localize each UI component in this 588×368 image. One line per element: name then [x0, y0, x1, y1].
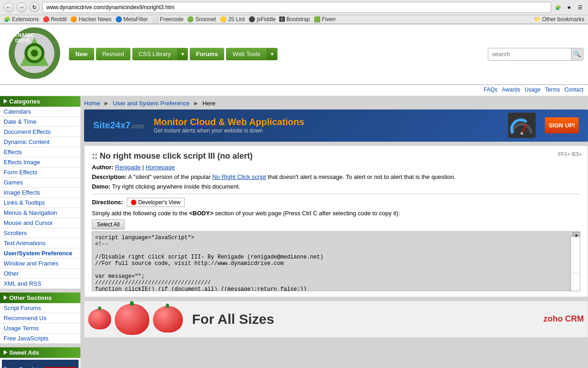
sub-header: FAQs Awards Usage Terms Contact — [0, 85, 588, 96]
forward-button[interactable]: → — [17, 2, 27, 12]
search-box-wrapper: 🔍 — [488, 48, 583, 61]
sidebar-item-menus-navigation[interactable]: Menus & Navigation — [0, 208, 80, 218]
sidebar-item-other[interactable]: Other — [0, 269, 80, 279]
script-divider — [92, 194, 580, 194]
sweet-ads-header: Sweet Ads — [0, 347, 80, 358]
sidebar-item-games[interactable]: Games — [0, 178, 80, 188]
reload-button[interactable]: ↻ — [29, 2, 40, 12]
code-line-7: var message=""; — [95, 273, 568, 280]
no-right-click-link[interactable]: No Right Click script — [212, 173, 266, 180]
tomato-images — [88, 304, 183, 335]
search-button[interactable]: 🔍 — [571, 48, 583, 60]
svg-point-6 — [31, 50, 38, 57]
description-rest: that doesn't alert a message. To alert o… — [268, 173, 456, 180]
description-text: A "silent" version of the popular — [128, 173, 211, 180]
url-bar[interactable] — [42, 2, 551, 13]
bookmark-jsfiddle[interactable]: ⚫ jsFiddle — [249, 16, 276, 23]
dev-view-button[interactable]: Developer's View — [127, 198, 185, 207]
script-instructions: Simply add the following code to the <BO… — [92, 210, 580, 217]
demo-label: Demo: — [92, 183, 110, 190]
homepage-link[interactable]: Homepage — [146, 164, 175, 171]
search-input[interactable] — [488, 48, 571, 60]
sidebar: Categories Calendars Date & Time Documen… — [0, 96, 80, 368]
bookmark-freenode[interactable]: ⬜ Freenode — [152, 16, 183, 23]
css-library-button[interactable]: CSS Library — [132, 48, 177, 60]
extension-icon: 🧩 — [554, 3, 562, 12]
new-button[interactable]: New — [69, 48, 94, 60]
browser-chrome: ← → ↻ 🧩 ★ ☰ 🧩 Extensions 🔴 Reddit 🟠 Hack… — [0, 0, 588, 24]
web-tools-arrow[interactable]: ▼ — [267, 48, 277, 60]
bookmark-hackernews[interactable]: 🟠 Hacker News — [70, 16, 111, 23]
bookmarks-bar: 🧩 Extensions 🔴 Reddit 🟠 Hacker News 🔵 Me… — [0, 15, 588, 24]
sidebar-item-xml-rss[interactable]: XML and RSS — [0, 279, 80, 289]
script-author-line: Author: Renigade | Homepage — [92, 164, 580, 171]
banner-site-name: Site24x7.com — [93, 120, 145, 131]
banner-cta[interactable]: SIGN UP! — [545, 117, 579, 133]
banner-gauge — [508, 113, 536, 138]
sidebar-item-effects[interactable]: Effects — [0, 147, 80, 157]
revised-button[interactable]: Revised — [96, 48, 130, 60]
context-menu-sep-1 — [571, 273, 580, 273]
sidebar-item-free-js[interactable]: Free JavaScripts — [0, 334, 80, 344]
faq-link[interactable]: FAQs — [484, 86, 498, 93]
script-directions: Directions: Developer's View — [92, 198, 580, 207]
web-tools-button[interactable]: Web Tools — [226, 48, 266, 60]
bookmark-other[interactable]: 📁 Other bookmarks — [534, 16, 584, 23]
context-menu-print[interactable]: Print... — [571, 286, 580, 291]
sidebar-item-date-time[interactable]: Date & Time — [0, 117, 80, 127]
sidebar-item-mouse-cursor[interactable]: Mouse and Cursor — [0, 218, 80, 228]
back-button[interactable]: ← — [4, 2, 14, 12]
author-link[interactable]: Renigade — [115, 164, 141, 171]
script-description: Description: A "silent" version of the p… — [92, 173, 580, 180]
bookmark-jslint[interactable]: 🟡 JS Lint — [220, 16, 245, 23]
sidebar-item-user-system-preference[interactable]: User/System Preference — [0, 248, 80, 259]
context-menu-save-as[interactable]: Save as... — [571, 275, 580, 286]
sidebar-item-usage-terms[interactable]: Usage Terms — [0, 323, 80, 334]
sidebar-item-effects-image[interactable]: Effects Image — [0, 157, 80, 167]
code-line-4: //Disable right click script III- By Ren… — [95, 254, 568, 260]
zoho-area: zoho CRM — [543, 314, 584, 324]
css-library-arrow[interactable]: ▼ — [177, 48, 188, 60]
dev-icon — [131, 200, 136, 205]
page-content: DYNAMIC DRIVE New Revised CSS Library ▼ … — [0, 24, 588, 368]
browser-toolbar: ← → ↻ 🧩 ★ ☰ — [0, 0, 588, 15]
terms-link[interactable]: Terms — [545, 86, 560, 93]
categories-header: Categories — [0, 96, 80, 107]
sidebar-item-recommend-us[interactable]: Recommend Us — [0, 313, 80, 323]
code-area[interactable]: <script language="JavaScript"> <!-- //Di… — [92, 231, 580, 291]
contact-link[interactable]: Contact — [565, 86, 583, 93]
breadcrumb-home[interactable]: Home — [84, 100, 100, 107]
bookmark-fiverr[interactable]: 🟩 Fiverr — [314, 16, 336, 23]
bookmark-snoonet[interactable]: 🟢 Snoonet — [187, 16, 216, 23]
bookmark-bootstrap[interactable]: 🅱 Bootstrap — [279, 16, 310, 23]
site-header: DYNAMIC DRIVE New Revised CSS Library ▼ … — [0, 24, 588, 85]
bookmark-metafilter[interactable]: 🔵 MetaFilter — [115, 16, 148, 23]
code-line-1: <script language="JavaScript"> — [95, 235, 568, 241]
sidebar-item-calendars[interactable]: Calendars — [0, 107, 80, 117]
sidebar-item-image-effects[interactable]: Image Effects — [0, 188, 80, 198]
bookmark-extensions[interactable]: 🧩 Extensions — [4, 16, 39, 23]
banner-ad: Site24x7.com Monitor Cloud & Web Applica… — [84, 109, 588, 142]
sidebar-item-dynamic-content[interactable]: Dynamic Content — [0, 137, 80, 147]
bookmark-reddit[interactable]: 🔴 Reddit — [43, 16, 67, 23]
sidebar-item-document-effects[interactable]: Document Effects — [0, 127, 80, 137]
other-sections-header: Other Sections — [0, 293, 80, 303]
context-menu-reload[interactable]: Reload — [571, 260, 580, 271]
main-layout: Categories Calendars Date & Time Documen… — [0, 96, 588, 368]
sidebar-item-scrollers[interactable]: Scrollers — [0, 228, 80, 238]
awards-link[interactable]: Awards — [502, 86, 520, 93]
sidebar-ad-logo: DreamTemplate AMAZING — [4, 366, 41, 368]
sidebar-item-form-effects[interactable]: Form Effects — [0, 167, 80, 178]
tomato-medium — [153, 306, 183, 333]
sidebar-item-links-tooltips[interactable]: Links & Tooltips — [0, 198, 80, 208]
select-all-button[interactable]: Select All — [92, 219, 124, 230]
code-line-6 — [95, 267, 568, 273]
breadcrumb-section[interactable]: User and System Preference — [113, 100, 190, 107]
sidebar-item-script-forums[interactable]: Script Forums — [0, 303, 80, 313]
forums-button[interactable]: Forums — [190, 48, 225, 60]
sidebar-item-text-animations[interactable]: Text Animations — [0, 238, 80, 248]
usage-link[interactable]: Usage — [525, 86, 541, 93]
description-label: Description: — [92, 173, 127, 180]
breadcrumb: Home ► User and System Preference ► Here — [84, 96, 588, 109]
sidebar-item-window-frames[interactable]: Window and Frames — [0, 259, 80, 269]
